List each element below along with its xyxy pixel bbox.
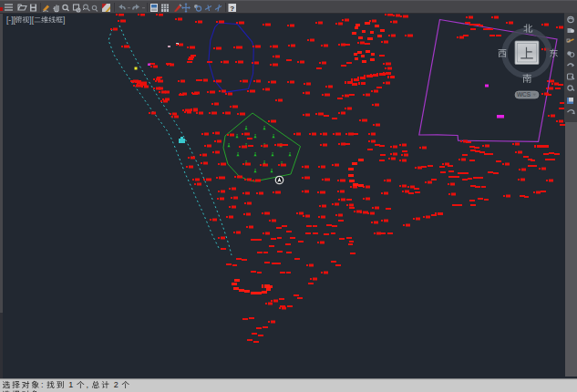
svg-text:?: ? xyxy=(230,5,234,13)
svg-text:WCS: WCS xyxy=(517,91,531,98)
